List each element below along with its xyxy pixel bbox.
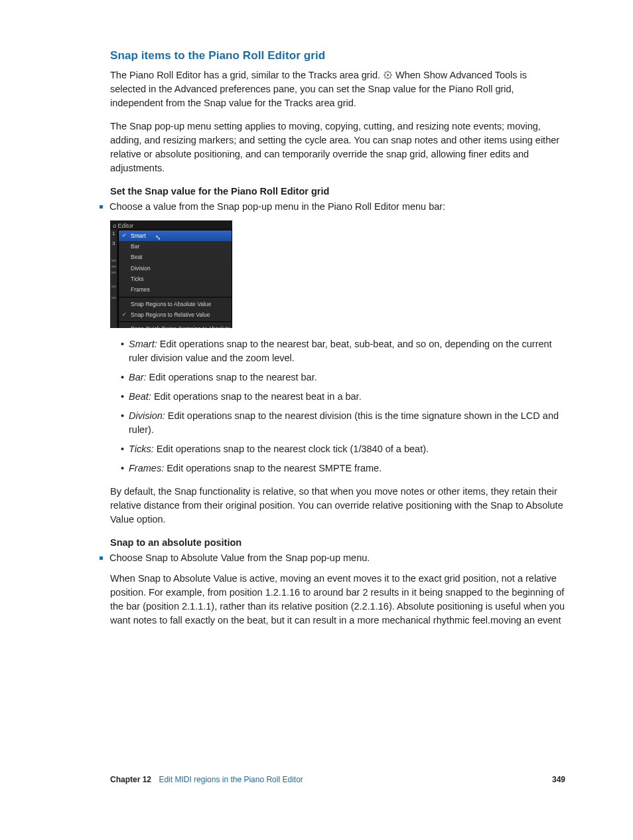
- menu-item-snap-absolute[interactable]: Snap Regions to Absolute Value: [119, 299, 232, 309]
- def-text: Edit operations snap to the nearest cloc…: [154, 444, 429, 454]
- bullet-icon: [100, 205, 103, 209]
- svg-line-6: [390, 77, 391, 78]
- intro-paragraph-2: The Snap pop-up menu setting applies to …: [110, 120, 565, 175]
- ruler-num-1: 1: [110, 230, 117, 238]
- svg-line-7: [390, 72, 391, 72]
- set-snap-instruction: Choose a value from the Snap pop-up menu…: [109, 200, 445, 214]
- check-icon: ✓: [122, 311, 127, 319]
- def-text: Edit operations snap to the nearest bar,…: [129, 339, 552, 363]
- ruler-column: 1 3: [110, 230, 118, 328]
- svg-point-9: [387, 74, 389, 76]
- def-text: Edit operations snap to the nearest beat…: [151, 391, 362, 402]
- para1-part-a: The Piano Roll Editor has a grid, simila…: [110, 70, 383, 80]
- set-snap-heading: Set the Snap value for the Piano Roll Ed…: [110, 185, 565, 199]
- def-term: Ticks:: [129, 444, 154, 454]
- snap-menu-screenshot: o Editor 1 3 ✓Smart Bar Beat Division Ti…: [110, 220, 232, 328]
- menu-item-frames[interactable]: Frames: [119, 284, 232, 295]
- page-footer: Chapter 12 Edit MIDI regions in the Pian…: [110, 774, 565, 786]
- cursor-icon: ⤡: [155, 233, 161, 243]
- svg-line-5: [385, 72, 386, 72]
- def-term: Division:: [129, 410, 165, 421]
- absolute-heading: Snap to an absolute position: [110, 536, 565, 550]
- def-term: Beat:: [129, 391, 151, 402]
- def-text: Edit operations snap to the nearest divi…: [129, 410, 559, 435]
- list-item: Frames: Edit operations snap to the near…: [121, 462, 565, 475]
- menu-item-ticks[interactable]: Ticks: [119, 274, 232, 284]
- list-item: Ticks: Edit operations snap to the neare…: [121, 442, 565, 456]
- section-heading: Snap items to the Piano Roll Editor grid: [110, 48, 565, 64]
- relative-paragraph: By default, the Snap functionality is re…: [110, 485, 565, 527]
- intro-paragraph-1: The Piano Roll Editor has a grid, simila…: [110, 68, 565, 110]
- def-term: Frames:: [129, 463, 164, 473]
- def-text: Edit operations snap to the nearest SMPT…: [164, 463, 382, 473]
- def-text: Edit operations snap to the nearest bar.: [147, 372, 317, 382]
- menu-item-division[interactable]: Division: [119, 263, 232, 274]
- snap-definitions-list: Smart: Edit operations snap to the neare…: [121, 337, 565, 475]
- gear-icon: [383, 70, 393, 79]
- absolute-paragraph: When Snap to Absolute Value is active, m…: [110, 572, 565, 628]
- list-item: Division: Edit operations snap to the ne…: [121, 409, 565, 437]
- list-item: Beat: Edit operations snap to the neares…: [121, 390, 565, 404]
- svg-line-8: [385, 77, 386, 78]
- menu-item-smart[interactable]: ✓Smart: [119, 230, 232, 241]
- menu-item-beat[interactable]: Beat: [119, 252, 232, 262]
- def-term: Bar:: [129, 372, 147, 382]
- chapter-title: Edit MIDI regions in the Piano Roll Edit…: [159, 775, 303, 784]
- absolute-instruction: Choose Snap to Absolute Value from the S…: [109, 551, 370, 565]
- def-term: Smart:: [129, 339, 157, 349]
- snap-popup-menu[interactable]: ✓Smart Bar Beat Division Ticks Frames Sn…: [118, 230, 232, 328]
- list-item: Smart: Edit operations snap to the neare…: [121, 337, 565, 365]
- menu-item-bar[interactable]: Bar: [119, 241, 232, 252]
- menu-item-quick-swipe[interactable]: Snap Quick Swipe Comping to Absolute Val…: [119, 323, 232, 328]
- page-number: 349: [552, 774, 565, 786]
- bullet-icon: [100, 556, 103, 560]
- check-icon: ✓: [122, 232, 127, 240]
- list-item: Bar: Edit operations snap to the nearest…: [121, 371, 565, 384]
- menu-item-snap-relative[interactable]: ✓Snap Regions to Relative Value: [119, 309, 232, 320]
- ruler-num-3: 3: [110, 240, 117, 248]
- chapter-label: Chapter 12: [110, 775, 151, 784]
